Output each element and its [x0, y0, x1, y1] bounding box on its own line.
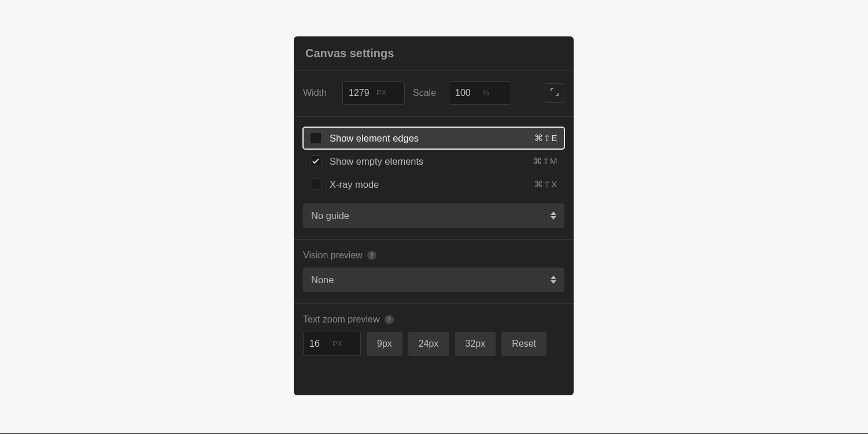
- chevron-updown-icon: [551, 276, 556, 284]
- scale-input-wrap[interactable]: %: [449, 81, 511, 105]
- panel-header: Canvas settings: [294, 36, 574, 71]
- width-label: Width: [303, 88, 334, 98]
- scale-label: Scale: [413, 88, 441, 98]
- fit-to-canvas-button[interactable]: [545, 83, 564, 103]
- dimensions-section: Width PX Scale %: [294, 71, 574, 117]
- text-zoom-section: Text zoom preview ? PX 9px 24px 32px Res…: [294, 304, 574, 368]
- fit-icon: [551, 88, 559, 98]
- text-zoom-unit: PX: [333, 340, 342, 348]
- xray-mode-checkbox[interactable]: [310, 179, 322, 190]
- xray-mode-row[interactable]: X-ray mode ⌘⇧X: [303, 173, 564, 195]
- show-element-edges-row[interactable]: Show element edges ⌘⇧E: [303, 127, 564, 149]
- dimensions-row: Width PX Scale %: [303, 81, 564, 105]
- panel-title: Canvas settings: [305, 47, 562, 60]
- text-zoom-input-wrap[interactable]: PX: [303, 332, 361, 356]
- vision-preview-header: Vision preview ?: [303, 250, 564, 261]
- vision-preview-section: Vision preview ? None: [294, 240, 574, 304]
- vision-preview-label: Vision preview: [303, 250, 363, 261]
- zoom-reset-button[interactable]: Reset: [501, 332, 546, 356]
- show-element-edges-shortcut: ⌘⇧E: [534, 133, 557, 143]
- zoom-preset-24px[interactable]: 24px: [408, 332, 449, 356]
- xray-mode-label: X-ray mode: [330, 179, 526, 190]
- vision-preview-value: None: [311, 275, 551, 285]
- canvas-settings-panel: Canvas settings Width PX Scale %: [294, 36, 574, 395]
- guide-select-value: No guide: [311, 210, 551, 221]
- show-element-edges-checkbox[interactable]: [310, 132, 322, 144]
- display-options-section: Show element edges ⌘⇧E Show empty elemen…: [294, 117, 574, 240]
- show-element-edges-label: Show element edges: [330, 133, 526, 144]
- text-zoom-label: Text zoom preview: [303, 314, 380, 325]
- text-zoom-header: Text zoom preview ?: [303, 314, 564, 325]
- help-icon[interactable]: ?: [367, 251, 376, 260]
- xray-mode-shortcut: ⌘⇧X: [534, 179, 557, 190]
- text-zoom-row: PX 9px 24px 32px Reset: [303, 332, 564, 356]
- width-input[interactable]: [349, 88, 376, 98]
- zoom-preset-32px[interactable]: 32px: [455, 332, 496, 356]
- guide-select[interactable]: No guide: [303, 203, 564, 228]
- text-zoom-input[interactable]: [309, 339, 333, 349]
- scale-input[interactable]: [455, 88, 483, 98]
- width-input-wrap[interactable]: PX: [342, 81, 405, 105]
- zoom-preset-9px[interactable]: 9px: [367, 332, 402, 356]
- show-empty-elements-checkbox[interactable]: [310, 155, 322, 167]
- show-empty-elements-row[interactable]: Show empty elements ⌘⇧M: [303, 150, 564, 172]
- scale-unit: %: [483, 89, 489, 97]
- vision-preview-select[interactable]: None: [303, 268, 564, 292]
- show-empty-elements-label: Show empty elements: [330, 156, 525, 167]
- chevron-updown-icon: [551, 212, 556, 220]
- show-empty-elements-shortcut: ⌘⇧M: [533, 156, 557, 166]
- width-unit: PX: [376, 89, 386, 97]
- help-icon[interactable]: ?: [385, 315, 394, 324]
